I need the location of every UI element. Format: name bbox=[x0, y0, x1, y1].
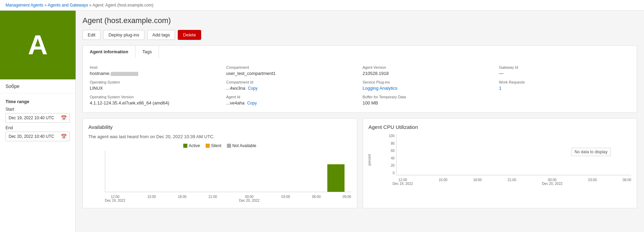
info-col-4: Gateway Id — Work Requests 1 bbox=[499, 65, 630, 106]
availability-message: The agent was last heard from on Dec 20,… bbox=[88, 134, 351, 139]
agent-id-item: Agent Id ...ve4aha Copy bbox=[226, 95, 357, 106]
compartment-id-copy[interactable]: Copy bbox=[248, 86, 258, 91]
os-value: LINUX bbox=[90, 86, 221, 91]
action-bar: Edit Deploy plug-ins Add tags Delete bbox=[83, 30, 637, 40]
legend-silent: Silent bbox=[206, 143, 221, 148]
cpu-x-label-4: 00:00Dec 20, 2022 bbox=[542, 178, 563, 186]
tab-tags[interactable]: Tags bbox=[135, 46, 159, 58]
end-time-input[interactable]: Dec 20, 2022 10:40 UTC 📅 bbox=[6, 132, 70, 141]
legend-active-label: Active bbox=[189, 143, 200, 148]
agent-id-value: ...ve4aha Copy bbox=[226, 100, 357, 106]
breadcrumb-root[interactable]: Management Agents bbox=[6, 3, 43, 8]
add-tags-button[interactable]: Add tags bbox=[147, 30, 175, 40]
info-col-2: Compartment user_test_compartment1 Compa… bbox=[226, 65, 357, 106]
availability-x-axis: 12:00Dec 19, 2022 15:00 18:00 21:00 00:0… bbox=[105, 194, 351, 202]
cpu-x-label-6: 06:00 bbox=[623, 178, 631, 186]
breadcrumb-sep2: » bbox=[89, 3, 92, 8]
agent-version-item: Agent Version 210528.1918 bbox=[363, 65, 494, 76]
legend-silent-dot bbox=[206, 144, 210, 148]
work-requests-item: Work Requests 1 bbox=[499, 80, 630, 91]
legend-active: Active bbox=[183, 143, 200, 148]
compartment-id-item: Compartment Id ...4wx3na Copy bbox=[226, 80, 357, 91]
x-label-2: 18:00 bbox=[178, 195, 186, 202]
compartment-label: Compartment bbox=[226, 65, 357, 69]
host-masked bbox=[111, 72, 138, 76]
charts-row: Availability The agent was last heard fr… bbox=[83, 118, 637, 208]
service-plugins-label: Service Plug-ins bbox=[363, 80, 494, 84]
agent-version-value: 210528.1918 bbox=[363, 71, 494, 76]
no-data-message: No data to display bbox=[571, 148, 611, 156]
cpu-x-label-1: 15:00 bbox=[439, 178, 447, 186]
x-label-4: 00:00Dec 20, 2022 bbox=[239, 195, 260, 202]
end-time-value: Dec 20, 2022 10:40 UTC bbox=[9, 134, 54, 139]
compartment-item: Compartment user_test_compartment1 bbox=[226, 65, 357, 76]
host-value: hostname. bbox=[90, 71, 221, 76]
compartment-value: user_test_compartment1 bbox=[226, 71, 357, 76]
edit-button[interactable]: Edit bbox=[83, 30, 100, 40]
availability-bar bbox=[327, 164, 345, 192]
legend-not-available: Not Available bbox=[227, 143, 256, 148]
x-label-7: 09:00 bbox=[342, 195, 351, 202]
x-label-0: 12:00Dec 19, 2022 bbox=[105, 195, 125, 202]
agent-id-label: Agent Id bbox=[226, 95, 357, 99]
deploy-button[interactable]: Deploy plug-ins bbox=[103, 30, 144, 40]
cpu-chart-area: 100 80 60 40 20 0 No data to display bbox=[396, 134, 632, 175]
host-item: Host hostname. bbox=[90, 65, 221, 76]
gateway-id-label: Gateway Id bbox=[499, 65, 630, 69]
os-item: Operating System LINUX bbox=[90, 80, 221, 91]
end-calendar-icon[interactable]: 📅 bbox=[61, 134, 67, 139]
cpu-x-label-2: 18:00 bbox=[473, 178, 482, 186]
time-range-title: Time range bbox=[6, 99, 70, 104]
cpu-chart-container: percent 100 80 60 40 20 0 No data to dis… bbox=[379, 134, 632, 186]
end-label: End bbox=[6, 125, 70, 130]
cpu-x-axis: 12:00Dec 19, 2022 15:00 18:00 21:00 00:0… bbox=[393, 177, 632, 186]
compartment-id-label: Compartment Id bbox=[226, 80, 357, 84]
x-label-1: 15:00 bbox=[147, 195, 156, 202]
buffer-value: 100 MB bbox=[363, 100, 494, 106]
os-version-value: 4.1.12-124.35.4.el7uek.x86_64 (amd64) bbox=[90, 100, 221, 106]
availability-chart-container: 12:00Dec 19, 2022 15:00 18:00 21:00 00:0… bbox=[91, 151, 351, 202]
start-calendar-icon[interactable]: 📅 bbox=[61, 115, 67, 121]
agent-id-copy[interactable]: Copy bbox=[247, 101, 257, 106]
os-label: Operating System bbox=[90, 80, 221, 84]
info-grid: Host hostname. Operating System LINUX Op… bbox=[90, 65, 630, 106]
page-title: Agent (host.example.com) bbox=[83, 16, 637, 25]
compartment-id-value: ...4wx3na Copy bbox=[226, 86, 357, 91]
start-label: Start bbox=[6, 107, 70, 112]
tabs: Agent information Tags bbox=[83, 45, 637, 58]
gateway-id-item: Gateway Id — bbox=[499, 65, 630, 76]
os-version-item: Operating System Version 4.1.12-124.35.4… bbox=[90, 95, 221, 106]
x-label-5: 03:00 bbox=[282, 195, 290, 202]
agent-info-panel: Host hostname. Operating System LINUX Op… bbox=[83, 58, 637, 113]
delete-button[interactable]: Delete bbox=[178, 30, 201, 40]
work-requests-label: Work Requests bbox=[499, 80, 630, 84]
legend-active-dot bbox=[183, 144, 187, 148]
avatar-letter: A bbox=[28, 29, 48, 61]
availability-panel: Availability The agent was last heard fr… bbox=[83, 118, 357, 208]
agent-version-label: Agent Version bbox=[363, 65, 494, 69]
work-requests-value[interactable]: 1 bbox=[499, 86, 630, 91]
start-time-value: Dec 19, 2022 10:40 UTC bbox=[9, 115, 54, 120]
x-label-6: 06:00 bbox=[312, 195, 320, 202]
gateway-id-value: — bbox=[499, 71, 630, 76]
service-plugins-value[interactable]: Logging Analytics bbox=[363, 86, 494, 91]
service-plugins-item: Service Plug-ins Logging Analytics bbox=[363, 80, 494, 91]
cpu-x-label-5: 03:00 bbox=[588, 178, 597, 186]
breadcrumb-sep1: » bbox=[44, 3, 47, 8]
buffer-label: Buffer for Temporary Data bbox=[363, 95, 494, 99]
availability-chart-area bbox=[105, 151, 351, 192]
cpu-y-labels: 100 80 60 40 20 0 bbox=[379, 134, 395, 175]
cpu-x-label-0: 12:00Dec 19, 2022 bbox=[393, 178, 413, 186]
legend-na-dot bbox=[227, 144, 231, 148]
start-time-input[interactable]: Dec 19, 2022 10:40 UTC 📅 bbox=[6, 113, 70, 123]
breadcrumb-current: Agent: Agent (host.example.com) bbox=[92, 3, 153, 8]
tab-agent-information[interactable]: Agent information bbox=[83, 46, 135, 58]
sidebar: A Sобре Time range Start Dec 19, 2022 10… bbox=[0, 11, 76, 232]
breadcrumb: Management Agents » Agents and Gateways … bbox=[0, 0, 644, 11]
breadcrumb-section[interactable]: Agents and Gateways bbox=[48, 3, 88, 8]
cpu-panel: Agent CPU Utilization percent 100 80 60 … bbox=[363, 118, 637, 208]
info-col-1: Host hostname. Operating System LINUX Op… bbox=[90, 65, 221, 106]
legend-na-label: Not Available bbox=[232, 143, 256, 148]
main-content: Agent (host.example.com) Edit Deploy plu… bbox=[76, 11, 644, 232]
os-version-label: Operating System Version bbox=[90, 95, 221, 99]
